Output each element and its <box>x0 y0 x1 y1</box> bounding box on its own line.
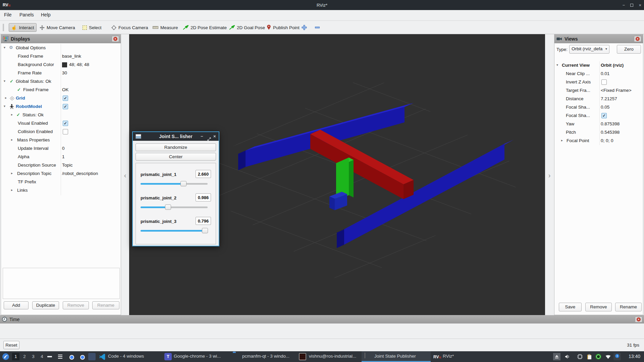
joint-value-field[interactable]: 2.660 <box>196 170 211 178</box>
tree-row-target-frame[interactable]: Target Fra... <Fixed Frame> <box>554 86 643 95</box>
tree-row-update-interval[interactable]: Update Interval 0 <box>1 144 121 153</box>
tool-select[interactable]: Select <box>80 23 104 32</box>
tree-row-grid[interactable]: ▸ Grid <box>1 94 121 103</box>
tree-row-yaw[interactable]: Yaw 0.875398 <box>554 120 643 128</box>
task-code[interactable]: Code - 4 windows <box>108 354 144 359</box>
tree-row-collision-enabled[interactable]: Collision Enabled <box>1 128 121 136</box>
center-button[interactable]: Center <box>136 153 216 161</box>
rename-view-button[interactable]: Rename <box>615 303 642 311</box>
expand-icon[interactable]: ▸ <box>11 138 13 141</box>
visual-enabled-checkbox[interactable] <box>63 121 68 126</box>
volume-tray-icon[interactable] <box>564 353 571 360</box>
tool-interact[interactable]: ☝ Interact <box>9 23 37 32</box>
invert-z-checkbox[interactable] <box>601 79 607 85</box>
slider-handle[interactable] <box>180 181 186 186</box>
zero-button[interactable]: Zero <box>617 45 641 54</box>
collision-enabled-checkbox[interactable] <box>63 129 68 134</box>
workspace-4[interactable]: 4 <box>38 353 46 360</box>
task-google-chrome[interactable]: Google-chrome - 3 wi... <box>174 354 221 359</box>
joint-slider[interactable] <box>141 228 208 234</box>
remove-display-button[interactable]: Remove <box>63 301 89 309</box>
terminal-icon[interactable] <box>299 353 306 360</box>
collapse-icon[interactable]: ▾ <box>4 104 5 108</box>
randomize-button[interactable]: Randomize <box>136 143 216 151</box>
remove-view-button[interactable]: Remove <box>585 303 612 311</box>
tree-row-alpha[interactable]: Alpha 1 <box>1 153 121 161</box>
maximize-window-icon[interactable] <box>630 4 633 7</box>
slider-handle[interactable] <box>202 228 208 233</box>
vscode-icon[interactable] <box>98 353 106 360</box>
notification-tray-icon[interactable] <box>613 353 621 360</box>
collapse-left-panel-icon[interactable]: ‹ <box>121 172 129 179</box>
tree-row-focal-shape-fixed[interactable]: Focal Sha... <box>554 112 643 120</box>
collapse-icon[interactable]: ▾ <box>556 63 558 67</box>
view-type-dropdown[interactable]: Orbit (rviz_defa ▾ <box>569 45 609 54</box>
tree-row-global-status[interactable]: ▾ ✓ Global Status: Ok <box>1 77 121 86</box>
add-tool-button[interactable] <box>300 23 309 32</box>
close-icon[interactable]: × <box>213 132 216 141</box>
task-rviz[interactable]: RViz* <box>443 354 454 359</box>
duplicate-display-button[interactable]: Duplicate <box>32 301 59 309</box>
collapse-icon[interactable]: ▾ <box>4 79 5 83</box>
tool-2d-pose-estimate[interactable]: 2D Pose Estimate <box>181 23 229 32</box>
tree-row-near-clip[interactable]: Near Clip ... 0.01 <box>554 70 643 78</box>
time-panel-header[interactable]: Time <box>0 315 644 323</box>
workspace-1[interactable]: 1 <box>12 353 19 360</box>
close-time-panel-button[interactable] <box>635 316 642 322</box>
tree-row-fixed-frame[interactable]: Fixed Frame base_link <box>1 52 121 61</box>
restore-icon[interactable] <box>207 135 211 143</box>
tool-measure[interactable]: Measure <box>151 23 180 32</box>
rename-display-button[interactable]: Rename <box>92 301 119 309</box>
joint-slider[interactable] <box>141 204 208 210</box>
tree-row-mass-properties[interactable]: ▸ Mass Properties <box>1 136 121 144</box>
minimize-window-icon[interactable]: − <box>623 3 625 8</box>
save-view-button[interactable]: Save <box>559 303 582 311</box>
tool-focus-camera[interactable]: Focus Camera <box>109 23 150 32</box>
tree-row-focal-point[interactable]: ▸ Focal Point 0; 0; 0 <box>554 137 643 145</box>
views-panel-header[interactable]: Views <box>554 35 643 43</box>
minimize-icon[interactable]: − <box>201 132 203 141</box>
tree-row-background-color[interactable]: Background Color 48; 48; 48 <box>1 61 121 69</box>
tree-row-fixed-frame-status[interactable]: ✓ Fixed Frame OK <box>1 86 121 94</box>
expand-icon[interactable]: ▸ <box>11 171 13 175</box>
reset-button[interactable]: Reset <box>3 341 19 349</box>
task-pcmanfm[interactable]: pcmanfm-qt - 3 windo... <box>242 354 289 359</box>
tree-row-status-ok[interactable]: ▸ ✓ Status: Ok <box>1 111 121 119</box>
joint-window-titlebar[interactable]: Joint S... lisher − × <box>133 132 219 141</box>
tree-row-distance[interactable]: Distance 7.21257 <box>554 95 643 103</box>
workspace-3[interactable]: 3 <box>30 353 37 360</box>
close-window-icon[interactable]: × <box>639 3 641 8</box>
tree-row-focal-shape-size[interactable]: Focal Sha... 0.05 <box>554 103 643 112</box>
menu-help[interactable]: Help <box>41 12 51 17</box>
tree-row-description-source[interactable]: Description Source Topic <box>1 161 121 170</box>
collapse-right-panel-icon[interactable]: › <box>545 172 553 179</box>
tree-row-robotmodel[interactable]: ▾ RobotModel <box>1 103 121 111</box>
close-views-panel-button[interactable] <box>634 36 641 42</box>
expand-icon[interactable]: ▸ <box>11 113 13 116</box>
tree-row-tf-prefix[interactable]: TF Prefix <box>1 178 121 186</box>
add-display-button[interactable]: Add <box>4 301 29 309</box>
eject-tray-icon[interactable] <box>553 353 560 360</box>
tree-row-current-view[interactable]: ▾ Current View Orbit (rviz) <box>554 61 643 70</box>
tree-row-frame-rate[interactable]: Frame Rate 30 <box>1 69 121 77</box>
screen-recorder-tray-icon[interactable] <box>595 353 602 360</box>
focal-shape-checkbox[interactable] <box>601 113 607 118</box>
tree-row-invert-z-axis[interactable]: Invert Z Axis <box>554 78 643 86</box>
chat-launcher-icon[interactable] <box>88 353 96 360</box>
toolbar-drag-handle[interactable] <box>3 24 4 31</box>
clipboard-tray-icon[interactable] <box>586 353 593 360</box>
expand-icon[interactable]: ▸ <box>11 188 13 192</box>
tree-row-links[interactable]: ▸ Links <box>1 186 121 195</box>
collapse-icon[interactable]: ▾ <box>4 46 5 49</box>
lubuntu-menu-icon[interactable] <box>2 353 9 360</box>
remove-tool-button[interactable] <box>313 23 322 32</box>
wifi-tray-icon[interactable] <box>604 353 612 360</box>
folder-icon[interactable] <box>233 353 240 360</box>
slider-handle[interactable] <box>165 204 171 210</box>
menu-panels[interactable]: Panels <box>19 12 34 17</box>
robotmodel-enabled-checkbox[interactable] <box>63 104 68 109</box>
tree-row-visual-enabled[interactable]: Visual Enabled <box>1 119 121 128</box>
expand-icon[interactable]: ▸ <box>5 96 7 100</box>
tool-2d-goal-pose[interactable]: 2D Goal Pose <box>227 23 267 32</box>
joint-value-field[interactable]: 0.796 <box>196 217 211 225</box>
